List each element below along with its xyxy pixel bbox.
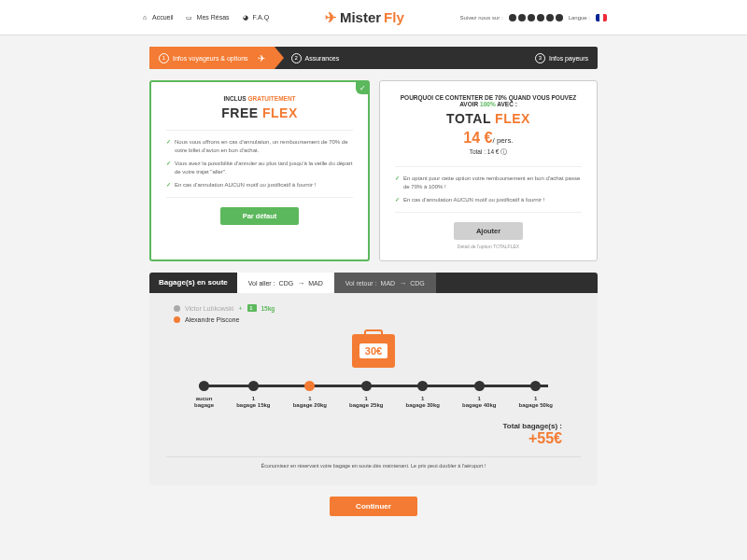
dot-label: 1bagage 20kg xyxy=(293,396,327,409)
total-price: 14 €/ pers. xyxy=(395,130,582,147)
slider-option[interactable]: 1bagage 20kg xyxy=(293,381,327,409)
follow-label: Suivez nous sur : xyxy=(460,15,503,21)
dot-label: 1bagage 15kg xyxy=(236,396,270,409)
dot-label: 1bagage 50kg xyxy=(519,396,553,409)
dot-label: 1bagage 25kg xyxy=(349,396,383,409)
langue-label: Langue : xyxy=(569,15,590,21)
radio-icon xyxy=(174,305,180,312)
free-title: FREE FLEX xyxy=(166,105,353,120)
total-baggage-label: Total bagage(s) : xyxy=(185,422,562,430)
check-icon: ✓ xyxy=(166,138,171,155)
free-subtitle: INCLUS GRATUITEMENT xyxy=(166,95,353,102)
slider-option[interactable]: 1bagage 15kg xyxy=(236,381,270,409)
feature-item: ✓En cas d'annulation AUCUN motif ou just… xyxy=(395,196,582,204)
step-2[interactable]: 2Assurances xyxy=(275,47,349,69)
total-title: TOTAL FLEX xyxy=(395,111,582,126)
feature-item: ✓Nous vous offrons en cas d'annulation, … xyxy=(166,138,353,155)
tab-retour[interactable]: Vol retour :MAD→CDG xyxy=(334,273,436,293)
baggage-title: Bagage(s) en soute xyxy=(149,273,237,293)
passenger-row[interactable]: Alexandre Piscone xyxy=(174,316,581,323)
slider-option[interactable]: 1bagage 25kg xyxy=(349,381,383,409)
feature-item: ✓En optant pour cette option votre rembo… xyxy=(395,175,582,191)
plus-icon: + xyxy=(238,305,242,312)
baggage-section: Bagage(s) en soute Vol aller :CDG→MAD Vo… xyxy=(149,273,598,485)
total-flex-card: POURQUOI CE CONTENTER DE 70% QUAND VOUS … xyxy=(379,80,598,261)
arrow-right-icon: → xyxy=(399,279,406,287)
social-icon[interactable] xyxy=(537,14,544,21)
total-note[interactable]: Détail de l'option TOTALFLEX xyxy=(395,244,582,249)
add-button[interactable]: Ajouter xyxy=(454,222,523,240)
social-icon[interactable] xyxy=(528,14,535,21)
dot-label: 1bagage 40kg xyxy=(462,396,496,409)
baggage-slider[interactable]: aucunbagage1bagage 15kg1bagage 20kg1baga… xyxy=(194,381,553,409)
suitcase-icon: 30€ xyxy=(352,334,395,368)
check-icon: ✓ xyxy=(166,160,171,176)
total-subtitle: POURQUOI CE CONTENTER DE 70% QUAND VOUS … xyxy=(395,94,582,107)
nav-faq[interactable]: ◕F.A.Q xyxy=(241,13,270,22)
plane-icon: ✈ xyxy=(258,53,265,63)
flag-fr-icon[interactable] xyxy=(596,14,607,21)
social-icon[interactable] xyxy=(518,14,526,21)
dot-label: 1bagage 30kg xyxy=(406,396,440,409)
slider-option[interactable]: 1bagage 50kg xyxy=(519,381,553,409)
social-icon[interactable] xyxy=(546,14,554,21)
dot-icon xyxy=(248,381,259,391)
logo-icon: ✈ xyxy=(325,9,337,26)
baggage-note: Économisez en réservant votre bagage en … xyxy=(166,456,581,474)
default-button[interactable]: Par défaut xyxy=(220,207,300,225)
slider-option[interactable]: aucunbagage xyxy=(194,381,214,409)
social-icon[interactable] xyxy=(509,14,516,21)
nav-resas[interactable]: ▭Mes Résas xyxy=(185,13,230,22)
tab-aller[interactable]: Vol aller :CDG→MAD xyxy=(237,273,334,293)
arrow-right-icon: → xyxy=(297,279,304,287)
step-3[interactable]: 3Infos payeurs xyxy=(526,47,598,69)
dot-icon xyxy=(304,381,315,391)
step-1[interactable]: 1Infos voyageurs & options✈ xyxy=(149,47,275,69)
total-line: Total : 14 € ⓘ xyxy=(395,148,582,157)
header: ⌂Accueil ▭Mes Résas ◕F.A.Q ✈MisterFly Su… xyxy=(0,0,747,35)
radio-icon xyxy=(174,316,180,323)
social-icons xyxy=(509,14,563,21)
main-nav: ⌂Accueil ▭Mes Résas ◕F.A.Q xyxy=(140,13,269,22)
feature-item: ✓En cas d'annulation AUCUN motif ou just… xyxy=(166,181,353,189)
dot-icon xyxy=(199,381,209,391)
dot-label: aucunbagage xyxy=(194,396,214,409)
slider-option[interactable]: 1bagage 30kg xyxy=(406,381,440,409)
continue-button[interactable]: Continuer xyxy=(330,497,417,516)
chat-icon: ◕ xyxy=(241,13,250,22)
check-badge-icon: ✓ xyxy=(356,81,369,94)
free-flex-card: ✓ INCLUS GRATUITEMENT FREE FLEX ✓Nous vo… xyxy=(149,80,370,261)
check-icon: ✓ xyxy=(166,181,171,189)
suitcase-price: 30€ xyxy=(359,343,388,358)
feature-item: ✓Vous avez la possibilité d'annuler au p… xyxy=(166,160,353,176)
nav-home[interactable]: ⌂Accueil xyxy=(140,13,174,22)
check-icon: ✓ xyxy=(395,175,400,191)
check-icon: ✓ xyxy=(395,196,400,204)
passenger-row[interactable]: Victor Lubkowski+15kg xyxy=(174,304,581,312)
dot-icon xyxy=(474,381,485,391)
dot-icon xyxy=(417,381,428,391)
social-icon[interactable] xyxy=(556,14,563,21)
slider-option[interactable]: 1bagage 40kg xyxy=(462,381,496,409)
checkout-steps: 1Infos voyageurs & options✈ 2Assurances … xyxy=(149,47,598,69)
home-icon: ⌂ xyxy=(140,13,149,22)
total-baggage-price: +55€ xyxy=(185,430,562,447)
dot-icon xyxy=(361,381,372,391)
ticket-icon: ▭ xyxy=(185,13,194,22)
logo[interactable]: ✈MisterFly xyxy=(325,9,404,26)
bag-icon xyxy=(247,304,257,312)
dot-icon xyxy=(530,381,541,391)
